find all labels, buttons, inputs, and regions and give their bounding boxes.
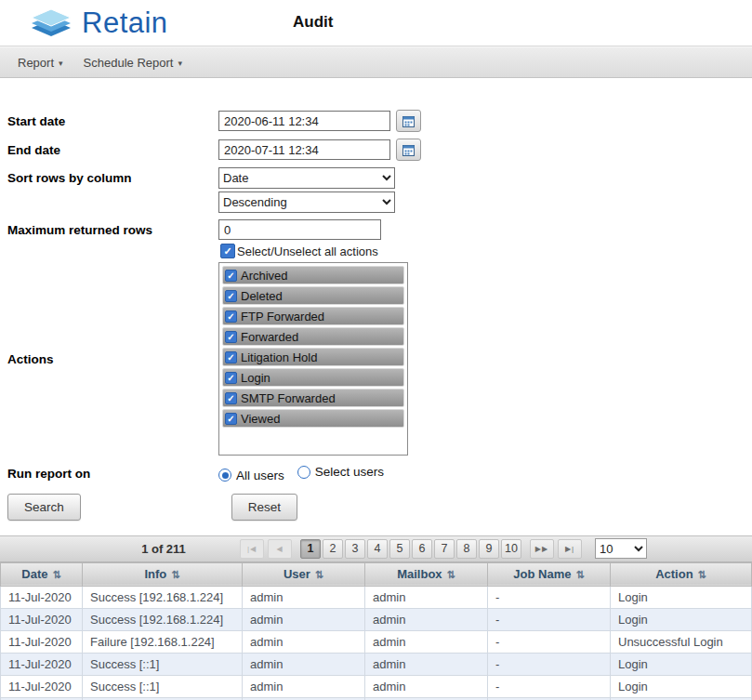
table-row[interactable]: 11-Jul-2020Success [::1]adminadmin-Login [1, 653, 752, 675]
table-cell: Success [::1] [83, 653, 243, 675]
column-header-mailbox[interactable]: Mailbox⇅ [365, 562, 488, 586]
sort-icon: ⇅ [575, 569, 584, 580]
table-cell: 11-Jul-2020 [1, 586, 83, 608]
actions-label: Actions [0, 352, 218, 366]
table-cell: Login [611, 675, 752, 697]
retain-logo-icon [28, 7, 74, 40]
action-item-smtp-forwarded[interactable]: ✓SMTP Forwarded [222, 389, 404, 407]
end-date-input[interactable] [218, 139, 390, 160]
menu-item-schedule-report[interactable]: Schedule Report▾ [73, 47, 192, 77]
table-cell: Success [192.168.1.224] [83, 608, 243, 630]
calendar-icon [402, 144, 415, 156]
table-cell: - [488, 608, 611, 630]
sort-icon: ⇅ [171, 569, 179, 580]
start-date-input[interactable] [218, 111, 390, 131]
checkbox-checked-icon: ✓ [225, 392, 237, 404]
audit-table: Date⇅Info⇅User⇅Mailbox⇅Job Name⇅Action⇅ … [0, 562, 752, 700]
table-cell: admin [365, 630, 488, 653]
table-cell: - [488, 675, 611, 697]
column-header-date[interactable]: Date⇅ [1, 562, 83, 586]
page-button-3[interactable]: 3 [345, 539, 365, 559]
column-header-action[interactable]: Action⇅ [611, 562, 752, 586]
sort-direction-row: Descending [0, 192, 752, 213]
reset-button[interactable]: Reset [231, 494, 297, 521]
checkbox-checked-icon: ✓ [225, 310, 237, 323]
max-rows-label: Maximum returned rows [0, 223, 218, 237]
checkbox-checked-icon: ✓ [225, 290, 237, 302]
table-cell: admin [243, 653, 365, 675]
table-cell: Success [::1] [83, 675, 243, 697]
audit-page: Retain Audit Report▾Schedule Report▾ Sta… [0, 0, 752, 700]
table-cell: admin [243, 608, 365, 630]
table-cell: admin [365, 608, 488, 630]
table-row[interactable]: 11-Jul-2020Success [::1]adminadmin-Login [1, 675, 752, 697]
action-item-deleted[interactable]: ✓Deleted [222, 286, 404, 305]
action-item-login[interactable]: ✓Login [222, 368, 404, 387]
page-buttons: 12345678910 [299, 539, 522, 559]
calendar-icon [402, 115, 415, 127]
table-row[interactable]: 11-Jul-2020Success [192.168.1.224]admina… [1, 608, 752, 630]
page-title: Audit [293, 13, 333, 32]
action-item-ftp-forwarded[interactable]: ✓FTP Forwarded [222, 307, 404, 325]
checkbox-checked-icon: ✓ [225, 270, 237, 282]
sort-column-select[interactable]: Date [218, 167, 395, 189]
table-body: 11-Jul-2020Success [192.168.1.224]admina… [1, 586, 752, 700]
last-page-button[interactable]: ▶| [558, 539, 582, 559]
run-report-options: All usersSelect users [218, 465, 397, 482]
action-item-litigation-hold[interactable]: ✓Litigation Hold [222, 348, 404, 366]
table-cell: Login [611, 608, 752, 630]
page-button-5[interactable]: 5 [389, 539, 410, 559]
action-item-forwarded[interactable]: ✓Forwarded [222, 327, 404, 346]
page-button-6[interactable]: 6 [412, 539, 432, 559]
table-cell: - [488, 586, 611, 608]
logo-text: Retain [82, 7, 168, 40]
sort-column-row: Sort rows by column Date [0, 167, 752, 189]
actions-row: Actions ✓Archived✓Deleted✓FTP Forwarded✓… [0, 262, 752, 456]
action-item-archived[interactable]: ✓Archived [222, 266, 404, 284]
radio-select-users[interactable]: Select users [297, 465, 384, 479]
select-all-checkbox[interactable]: ✓ [220, 244, 235, 258]
select-all-label: Select/Unselect all actions [237, 244, 378, 258]
table-cell: 11-Jul-2020 [1, 653, 83, 675]
table-cell: admin [365, 675, 488, 697]
checkbox-checked-icon: ✓ [225, 351, 237, 363]
column-header-job-name[interactable]: Job Name⇅ [488, 562, 611, 586]
sort-direction-select[interactable]: Descending [218, 192, 395, 213]
page-button-9[interactable]: 9 [479, 539, 499, 559]
menu-item-report[interactable]: Report▾ [7, 47, 73, 77]
actions-listbox: ✓Archived✓Deleted✓FTP Forwarded✓Forwarde… [218, 262, 408, 456]
end-date-label: End date [0, 143, 218, 157]
table-cell: admin [365, 653, 488, 675]
sort-icon: ⇅ [447, 569, 455, 580]
next-page-button[interactable]: ▶▶ [530, 539, 554, 559]
checkbox-checked-icon: ✓ [225, 413, 237, 425]
page-button-7[interactable]: 7 [434, 539, 455, 559]
sort-icon: ⇅ [52, 569, 60, 580]
table-cell: Failure [192.168.1.224] [83, 630, 243, 653]
checkbox-checked-icon: ✓ [225, 331, 237, 343]
last-page-icon: ▶| [565, 545, 574, 553]
page-button-10[interactable]: 10 [501, 539, 521, 559]
column-header-user[interactable]: User⇅ [243, 562, 365, 586]
rows-per-page-select[interactable]: 10 [595, 538, 647, 559]
caret-down-icon: ▾ [59, 59, 63, 68]
max-rows-input[interactable] [218, 219, 381, 240]
table-row[interactable]: 11-Jul-2020Success [192.168.1.224]admina… [1, 586, 752, 608]
column-header-info[interactable]: Info⇅ [83, 562, 243, 586]
page-button-4[interactable]: 4 [367, 539, 388, 559]
sort-icon: ⇅ [315, 569, 323, 580]
table-row[interactable]: 11-Jul-2020Failure [192.168.1.224]admina… [1, 630, 752, 653]
table-cell: admin [243, 630, 365, 653]
run-report-row: Run report on All usersSelect users [0, 465, 752, 482]
run-report-label: Run report on [0, 467, 218, 481]
radio-all-users[interactable]: All users [218, 469, 284, 482]
table-cell: - [488, 630, 611, 653]
page-button-8[interactable]: 8 [456, 539, 477, 559]
table-cell: Unsuccessful Login [611, 630, 752, 653]
search-button[interactable]: Search [7, 494, 81, 521]
end-date-row: End date [0, 139, 752, 161]
action-item-viewed[interactable]: ✓Viewed [222, 409, 404, 428]
end-date-calendar-button[interactable] [396, 139, 421, 161]
table-cell: 11-Jul-2020 [1, 630, 83, 653]
start-date-calendar-button[interactable] [396, 110, 421, 132]
